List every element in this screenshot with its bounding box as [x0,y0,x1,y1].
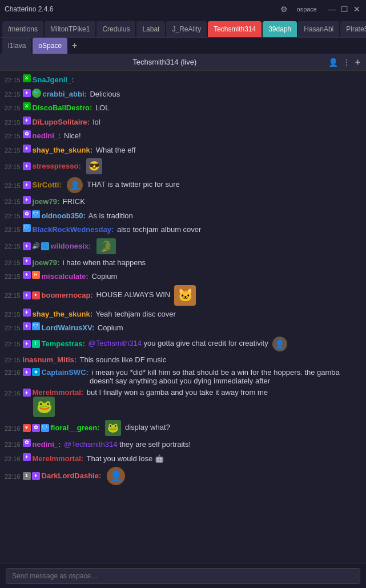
msg-content: 🐊 [92,238,361,254]
message-row: 22:16 1 ♦ DarkLordDashie: 👤 [3,466,363,486]
badge-icon: 🐦 [32,89,41,98]
username[interactable]: stresspresso: [33,161,81,172]
msg-time: 22:15 [5,197,21,207]
tab-techsmith314[interactable]: Techsmith314 [208,21,262,37]
username[interactable]: boomernocap: [42,290,93,301]
minimize-button[interactable]: — [327,5,336,14]
msg-content: Delicious [88,89,361,100]
username[interactable]: LordWalrusXV: [42,322,95,334]
tab-hasanabi[interactable]: HasanAbi [298,21,339,37]
settings-icon[interactable]: ⚙ [280,5,288,14]
badge-mod: ⚔ [23,74,31,82]
message-row: 22:15 ♦ SirCotti: 👤 THAT is a twitter pi… [3,176,363,194]
app-title: Chatterino 2.4.6 [5,5,53,13]
username[interactable]: BlackRockWednesday: [33,224,114,235]
msg-content: This sounds like DF music [78,354,361,366]
username[interactable]: oldnoob350: [42,210,86,222]
message-row: 22:15 ♦ joew79: i hate when that happens [3,256,363,270]
tab-ospace[interactable]: oSpace [33,38,67,54]
username[interactable]: joew79: [33,196,60,207]
username[interactable]: MereImmortal: [33,388,84,397]
badge-sub: ♦ [23,196,31,204]
username[interactable]: nedini_: [33,439,61,450]
username[interactable]: shay_the_skunk: [33,309,93,320]
pepe-emote: 🐸 [33,397,55,417]
badge-sub: ♦ [23,322,31,330]
username[interactable]: SirCotti: [33,179,62,191]
username[interactable]: inasnum_Mitis: [23,354,77,366]
titlebar-left: Chatterino 2.4.6 [5,5,53,13]
tab-add[interactable]: + [69,38,81,54]
msg-badges: ✿ 🛡 [23,210,40,218]
username[interactable]: DiLupoSolitaire: [33,117,90,128]
maximize-button[interactable]: ☐ [340,5,349,14]
titlebar-controls[interactable]: ⚙ ospace — ☐ ✕ [280,5,361,14]
add-split-icon[interactable]: + [355,57,360,67]
more-options-icon[interactable]: ⋮ [343,58,351,67]
titlebar: Chatterino 2.4.6 ⚙ ospace — ☐ ✕ [0,0,366,18]
tab-piratesoftware[interactable]: PirateSoftware [340,21,366,37]
username[interactable]: SnaJgenii_: [33,74,74,86]
username[interactable]: shay_the_skunk: [33,145,93,156]
msg-badges: ♥ ✿ 🛡 [23,424,49,432]
msg-content: 👤 [102,467,361,485]
message-row: 22:15 ♦ H miscalculate: Copium [3,270,363,283]
username[interactable]: wildonesix: [51,241,91,252]
titlebar-ospace: ospace [297,6,317,13]
msg-time: 22:16 [5,440,21,450]
msg-content: Yeah techjam disc cover [94,309,361,320]
message-row: 22:15 ✿ nedini_: Nice! [3,129,363,143]
username[interactable]: miscalculate: [42,271,89,282]
badge-sub: ♦ [23,242,31,250]
msg-badges: ⚔ [23,102,31,110]
channel-title: Techsmith314 (live) [6,58,324,66]
badge-sub: ♦ [23,291,31,299]
msg-line-inner: 22:16 ♦ MereImmortal: but I finally won … [5,388,361,397]
badge-sub: ♦ [23,368,31,376]
msg-time: 22:15 [5,75,21,85]
badge-sub: ♦ [23,181,31,189]
username[interactable]: CaptainSWC: [42,368,89,377]
username[interactable]: crabbi_abbi: [43,89,87,100]
username[interactable]: DiscoBallDestro: [33,102,92,114]
close-button[interactable]: ✕ [352,5,361,14]
msg-badges: ♦ H [23,271,40,279]
user-list-icon[interactable]: 👤 [328,58,338,67]
msg-time: 22:15 [5,310,21,319]
badge-volume: 🔊 [32,241,40,251]
badge-mod: 🛡 [32,210,40,218]
username[interactable]: DarkLordDashie: [42,470,102,482]
msg-content: Nice! [62,130,361,142]
tab-39daph[interactable]: 39daph [263,21,297,37]
username[interactable]: nedini_: [33,130,61,142]
msg-content: Copium [95,322,361,334]
msg-content: i hate when that happens [61,257,361,269]
username[interactable]: joew79: [33,257,60,269]
msg-content: also techjam album cover [115,224,361,235]
badge-prime: ★ [32,368,40,376]
message-row: 22:15 ♦ DiLupoSolitaire: lol [3,115,363,129]
msg-content: @Techsmith314 you gotta give chat credit… [86,337,361,351]
msg-content: LOL [93,102,361,114]
msg-time: 22:15 [5,118,21,127]
msg-time: 22:15 [5,323,21,333]
username[interactable]: floral__green: [51,422,100,434]
username[interactable]: MereImmortal: [33,453,84,465]
msg-time: 22:16 [5,472,21,482]
input-bar [0,563,366,588]
tab-jreality[interactable]: J_ReAlity [166,21,207,37]
username[interactable]: Tempestras: [42,338,85,350]
cat-emote: 🐱 [174,285,196,306]
avatar-emote: 👤 [107,467,125,485]
message-row: 22:15 ♦ 🛡 LordWalrusXV: Copium [3,321,363,335]
msg-time: 22:16 [5,454,21,464]
tab-l1lava[interactable]: l1lava [2,38,31,54]
msg-content: i mean you *did* kill him so that should… [90,368,361,385]
msg-content: 👤 THAT is a twitter pic for sure [63,177,361,193]
tab-labat[interactable]: Labat [136,21,165,37]
message-row: 22:16 ♥ ✿ 🛡 floral__green: 🐸 display wha… [3,419,363,437]
tab-mentions[interactable]: /mentions [2,21,43,37]
tab-credulus[interactable]: Credulus [96,21,135,37]
tab-miltonpike1[interactable]: MiltonTPike1 [45,21,95,37]
message-input[interactable] [6,568,360,584]
